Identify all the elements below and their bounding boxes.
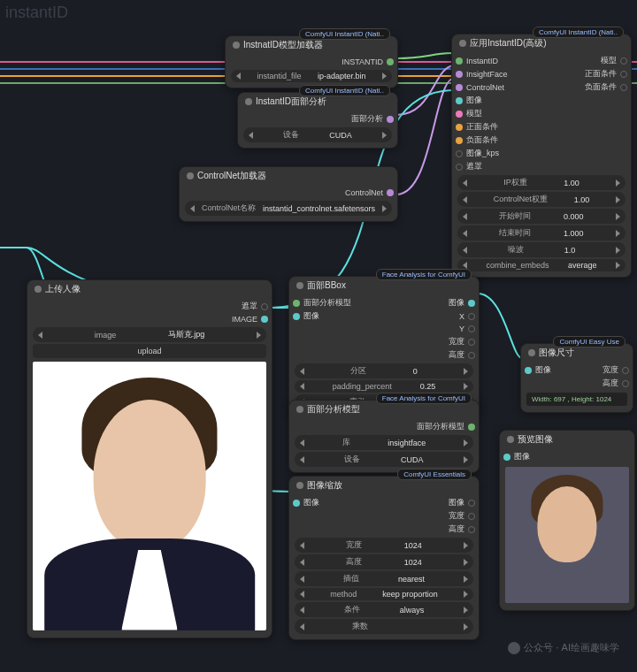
chevron-left-icon[interactable] xyxy=(249,132,253,139)
widget-method[interactable]: methodkeep proportion xyxy=(295,588,473,600)
chevron-right-icon[interactable] xyxy=(464,383,468,390)
chevron-right-icon[interactable] xyxy=(382,73,387,80)
chevron-right-icon[interactable] xyxy=(464,456,468,463)
port[interactable] xyxy=(293,300,300,307)
port[interactable] xyxy=(468,352,475,359)
node-preview-image[interactable]: 预览图像 图像 xyxy=(499,430,635,611)
node-title[interactable]: 预览图像 xyxy=(500,431,634,448)
port[interactable] xyxy=(456,57,463,65)
node-image-size[interactable]: ComfyUI Easy Use 图像尺寸 图像宽度 高度 Width: 697… xyxy=(520,343,633,413)
node-instantid-loader[interactable]: ComfyUI InstantID (Nati.. InstnatID模型加载器… xyxy=(225,35,398,88)
port[interactable] xyxy=(468,313,475,320)
chevron-right-icon[interactable] xyxy=(616,230,620,237)
chevron-right-icon[interactable] xyxy=(616,196,620,203)
chevron-left-icon[interactable] xyxy=(236,73,241,80)
port[interactable] xyxy=(456,84,463,91)
chevron-left-icon[interactable] xyxy=(300,591,304,598)
widget-combine[interactable]: combine_embedsaverage xyxy=(457,259,625,271)
chevron-left-icon[interactable] xyxy=(300,368,304,375)
collapse-icon[interactable] xyxy=(233,42,240,49)
node-face-analysis[interactable]: ComfyUI InstantID (Nati.. InstantID面部分析 … xyxy=(237,92,398,149)
chevron-right-icon[interactable] xyxy=(464,607,468,614)
chevron-right-icon[interactable] xyxy=(464,591,468,598)
port[interactable] xyxy=(620,71,627,78)
node-image-resize[interactable]: ComfyUI Essentials 图像缩放 图像图像 宽度 高度 宽度102… xyxy=(288,476,480,640)
widget-end[interactable]: 结束时间1.000 xyxy=(457,225,625,241)
widget-padding[interactable]: padding_percent0.25 xyxy=(295,380,473,393)
chevron-right-icon[interactable] xyxy=(382,205,387,212)
chevron-left-icon[interactable] xyxy=(300,456,304,463)
chevron-left-icon[interactable] xyxy=(463,262,467,269)
widget-interp[interactable]: 插值nearest xyxy=(295,571,473,586)
chevron-left-icon[interactable] xyxy=(300,607,304,614)
chevron-left-icon[interactable] xyxy=(190,205,195,212)
widget-width[interactable]: 宽度1024 xyxy=(295,538,473,553)
port[interactable] xyxy=(525,367,532,374)
port[interactable] xyxy=(456,164,463,171)
port[interactable] xyxy=(622,367,629,374)
port[interactable] xyxy=(293,313,300,320)
chevron-left-icon[interactable] xyxy=(300,383,304,390)
widget-mult[interactable]: 乘数 xyxy=(295,619,473,634)
chevron-left-icon[interactable] xyxy=(300,439,304,447)
collapse-icon[interactable] xyxy=(187,172,194,179)
port[interactable] xyxy=(456,137,463,144)
collapse-icon[interactable] xyxy=(35,286,42,293)
upload-button[interactable]: upload xyxy=(33,344,266,358)
port[interactable] xyxy=(620,57,627,65)
port[interactable] xyxy=(622,380,629,387)
port[interactable] xyxy=(468,300,475,307)
chevron-right-icon[interactable] xyxy=(257,332,261,339)
node-apply-instantid[interactable]: ComfyUI InstantID (Nati.. 应用InstantID(高级… xyxy=(451,34,632,278)
chevron-right-icon[interactable] xyxy=(464,368,468,375)
chevron-left-icon[interactable] xyxy=(463,213,467,220)
widget-lib[interactable]: 库insightface xyxy=(295,435,473,450)
chevron-right-icon[interactable] xyxy=(464,623,468,630)
port[interactable] xyxy=(456,71,463,78)
widget-condition[interactable]: 条件always xyxy=(295,602,473,617)
node-controlnet-loader[interactable]: ControlNet加载器 ControlNet ControlNet名称ins… xyxy=(179,166,398,222)
chevron-left-icon[interactable] xyxy=(300,576,304,583)
collapse-icon[interactable] xyxy=(296,482,303,489)
widget-device[interactable]: 设备CUDA xyxy=(243,127,392,142)
widget-cn-weight[interactable]: ControlNet权重1.00 xyxy=(457,192,625,207)
chevron-right-icon[interactable] xyxy=(616,262,620,269)
chevron-left-icon[interactable] xyxy=(463,179,467,187)
port[interactable] xyxy=(456,124,463,131)
port[interactable] xyxy=(468,526,475,533)
port[interactable] xyxy=(456,150,463,157)
node-face-model[interactable]: Face Analysis for ComfyUI 面部分析模型 面部分析模型 … xyxy=(288,400,480,473)
port[interactable] xyxy=(503,454,510,461)
chevron-right-icon[interactable] xyxy=(616,213,620,220)
node-title[interactable]: 上传人像 xyxy=(27,280,272,298)
collapse-icon[interactable] xyxy=(528,349,535,356)
collapse-icon[interactable] xyxy=(507,436,514,443)
port[interactable] xyxy=(456,97,463,104)
collapse-icon[interactable] xyxy=(245,98,252,105)
port[interactable] xyxy=(468,513,475,520)
widget-noise[interactable]: 噪波1.0 xyxy=(457,242,625,257)
port[interactable] xyxy=(456,111,463,118)
chevron-right-icon[interactable] xyxy=(464,439,468,447)
port[interactable] xyxy=(387,58,394,65)
chevron-right-icon[interactable] xyxy=(616,179,620,187)
port[interactable] xyxy=(468,424,475,431)
collapse-icon[interactable] xyxy=(296,282,303,289)
widget-image[interactable]: image马斯克.jpg xyxy=(33,327,266,342)
port[interactable] xyxy=(387,189,394,196)
chevron-right-icon[interactable] xyxy=(464,542,468,549)
chevron-left-icon[interactable] xyxy=(300,623,304,630)
node-upload-image[interactable]: 上传人像 遮罩 IMAGE image马斯克.jpg upload xyxy=(27,279,272,638)
chevron-left-icon[interactable] xyxy=(38,332,42,339)
widget-instantid-file[interactable]: instantid_fileip-adapter.bin xyxy=(231,70,392,82)
chevron-right-icon[interactable] xyxy=(616,247,620,254)
widget-ip-weight[interactable]: IP权重1.00 xyxy=(457,175,625,190)
chevron-left-icon[interactable] xyxy=(463,230,467,237)
port[interactable] xyxy=(468,500,475,507)
widget-partition[interactable]: 分区0 xyxy=(295,363,473,378)
chevron-right-icon[interactable] xyxy=(464,576,468,583)
port[interactable] xyxy=(468,325,475,332)
port[interactable] xyxy=(468,339,475,346)
port[interactable] xyxy=(293,500,300,507)
widget-controlnet-name[interactable]: ControlNet名称instantid_controlnet.safeten… xyxy=(185,201,392,216)
